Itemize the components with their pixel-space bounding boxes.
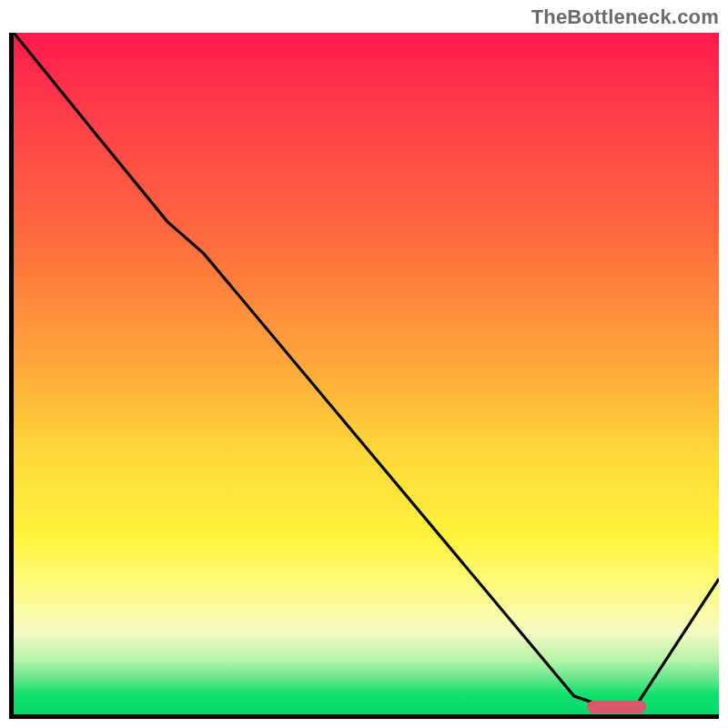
- watermark-text: TheBottleneck.com: [531, 5, 719, 29]
- optimum-marker: [587, 701, 646, 713]
- chart-frame: [9, 33, 719, 719]
- curve-path: [14, 33, 719, 705]
- bottleneck-curve: [14, 33, 719, 714]
